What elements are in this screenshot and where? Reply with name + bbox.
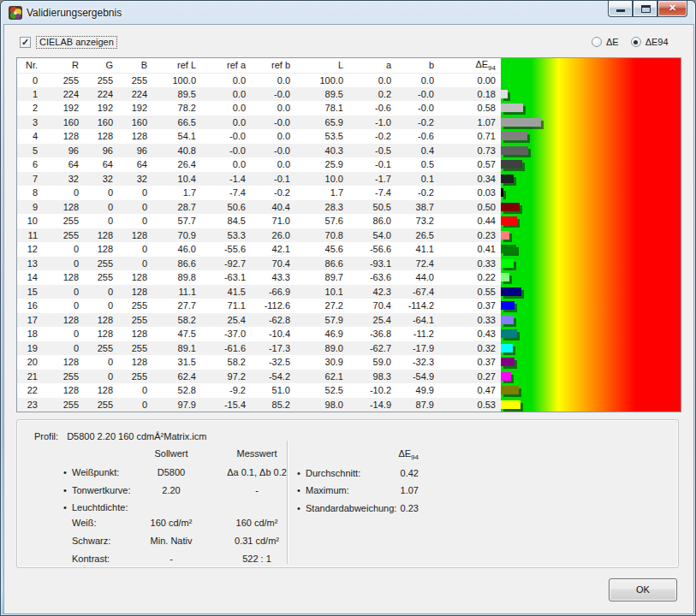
table-cell: 0.34 — [439, 172, 501, 187]
table-cell: 32 — [118, 172, 152, 187]
delta-e-bar — [501, 301, 515, 310]
summary-groupbox: Profil:D5800 2.20 160 cdmÂ²Matrix.icm So… — [16, 419, 679, 568]
table-cell: 0 — [118, 214, 152, 228]
table-cell: 0.0 — [396, 73, 439, 87]
table-cell: 0 — [43, 242, 84, 257]
table-cell: -63.6 — [348, 270, 396, 285]
table-row: 21255025562.497.2-54.262.198.3-54.90.27 — [17, 370, 501, 384]
stats-row-label: Maximum: — [306, 485, 349, 495]
table-cell: 50.5 — [348, 200, 396, 215]
table-row: 160025527.771.1-112.627.270.4-114.20.37 — [17, 299, 501, 313]
col-header-delta-e94: ΔE94 — [439, 58, 501, 73]
table-cell: 0.55 — [439, 285, 501, 299]
summary-row: Weiß:160 cd/m²160 cd/m² — [17, 518, 308, 530]
table-cell: 255 — [118, 313, 152, 328]
table-cell: 62.4 — [152, 370, 201, 384]
delta-e-bar — [501, 316, 514, 324]
table-cell: 86.6 — [152, 257, 201, 271]
title-bar[interactable]: Validierungsergebnis ✕ — [1, 1, 695, 25]
table-cell: 128 — [43, 200, 84, 215]
close-button[interactable]: ✕ — [657, 1, 687, 17]
table-cell: -92.7 — [201, 257, 251, 271]
table-cell: 0.0 — [251, 73, 295, 87]
table-cell: 0.41 — [439, 242, 501, 257]
table-cell: 2 — [17, 101, 43, 116]
cielab-checkbox[interactable]: ✓ — [20, 37, 31, 48]
summary-row: •Weißpunkt:D5800Δa 0.1, Δb 0.2 — [17, 467, 308, 479]
table-cell: 0.44 — [439, 214, 501, 228]
table-cell: 65.9 — [295, 116, 348, 130]
table-cell: 89.8 — [152, 270, 201, 285]
radio-label[interactable]: ΔE — [606, 37, 619, 47]
cielab-checkbox-row[interactable]: ✓ CIELAB anzeigen — [20, 36, 117, 49]
table-cell: -0.2 — [396, 116, 439, 130]
table-cell: 86.6 — [295, 257, 348, 271]
app-icon — [9, 6, 22, 20]
table-row: 130255086.6-92.770.486.6-93.172.40.33 — [17, 257, 501, 271]
table-cell: 64 — [118, 157, 152, 172]
table-cell: 51.0 — [251, 383, 295, 398]
col-header: ref a — [201, 58, 251, 73]
table-cell: 25.4 — [348, 313, 396, 328]
table-cell: -37.0 — [201, 327, 251, 341]
radio-dot — [634, 40, 638, 44]
table-cell: 20 — [17, 355, 43, 370]
table-cell: -56.6 — [348, 242, 396, 257]
table-cell: 0.37 — [439, 299, 501, 313]
table-row: 1412825512889.8-63.143.389.7-63.644.00.2… — [17, 270, 501, 285]
summary-messwert-value: 522 : 1 — [207, 554, 306, 564]
table-cell: 89.5 — [152, 87, 201, 102]
table-cell: 0.5 — [396, 157, 439, 172]
delta-e-bar — [501, 188, 503, 197]
minimize-button[interactable] — [608, 1, 633, 17]
table-cell: 58.2 — [152, 313, 201, 328]
divider — [287, 441, 288, 564]
table-cell: 192 — [43, 101, 84, 116]
table-cell: 89.1 — [152, 341, 201, 356]
table-cell: 128 — [118, 228, 152, 243]
table-row: 18012812847.5-37.0-10.446.9-36.8-11.20.4… — [17, 327, 501, 341]
table-cell: 15 — [17, 285, 43, 299]
table-cell: 70.9 — [152, 228, 201, 243]
table-cell: 128 — [43, 313, 84, 328]
table-cell: 28.7 — [152, 200, 201, 215]
profile-value: D5800 2.20 160 cdmÂ²Matrix.icm — [67, 431, 206, 441]
delta-e-bar — [501, 386, 519, 394]
table-cell: 128 — [118, 270, 152, 285]
table-row: 23255255097.9-15.485.298.0-14.987.90.53 — [17, 398, 501, 412]
table-cell: 0 — [118, 186, 152, 200]
radio-button[interactable] — [592, 37, 602, 47]
table-row: 412812812854.1-0.00.053.5-0.2-0.60.71 — [17, 129, 501, 144]
stats-delta-e-header: ΔE94 — [374, 448, 419, 461]
stats-row: •Maximum:1.07 — [291, 485, 514, 497]
table-cell: -1.4 — [201, 172, 251, 187]
table-cell: 0.0 — [201, 116, 251, 130]
col-header: R — [43, 58, 84, 73]
table-cell: 255 — [43, 398, 84, 412]
ok-button[interactable]: OK — [609, 578, 677, 601]
delta-e-bar — [501, 132, 527, 140]
table-cell: 0 — [84, 200, 118, 215]
table-cell: 7 — [17, 172, 43, 187]
table-cell: 0.33 — [439, 257, 501, 271]
table-cell: 89.0 — [295, 341, 348, 356]
cielab-checkbox-label[interactable]: CIELAB anzeigen — [36, 36, 117, 49]
table-cell: 71.0 — [251, 214, 295, 228]
table-cell: 1.7 — [152, 186, 201, 200]
table-cell: 255 — [84, 257, 118, 271]
radio-option--e94[interactable]: ΔE94 — [631, 37, 669, 47]
table-cell: 128 — [118, 129, 152, 144]
table-cell: -0.0 — [201, 129, 251, 144]
radio-option--e[interactable]: ΔE — [592, 37, 619, 47]
table-cell: 255 — [43, 370, 84, 384]
table-cell: 62.1 — [295, 370, 348, 384]
table-row: 20128012831.558.2-32.530.959.0-32.30.37 — [17, 355, 501, 370]
table-cell: -0.2 — [348, 129, 396, 144]
table-cell: 0.1 — [396, 172, 439, 187]
table-cell: 32 — [43, 172, 84, 187]
radio-label[interactable]: ΔE94 — [645, 37, 669, 47]
table-cell: 0 — [84, 299, 118, 313]
table-cell: 0.0 — [201, 157, 251, 172]
maximize-button[interactable] — [633, 1, 657, 17]
radio-button[interactable] — [631, 37, 641, 47]
